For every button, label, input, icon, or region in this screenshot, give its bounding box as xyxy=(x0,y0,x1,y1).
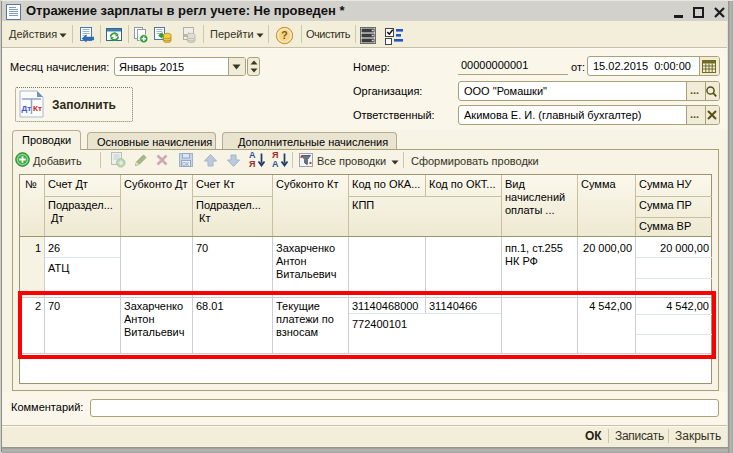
svg-text:?: ? xyxy=(281,29,287,41)
svg-text:Кт: Кт xyxy=(33,104,42,113)
svg-text:Дт: Дт xyxy=(22,104,32,113)
svg-text:ОК: ОК xyxy=(182,161,189,167)
